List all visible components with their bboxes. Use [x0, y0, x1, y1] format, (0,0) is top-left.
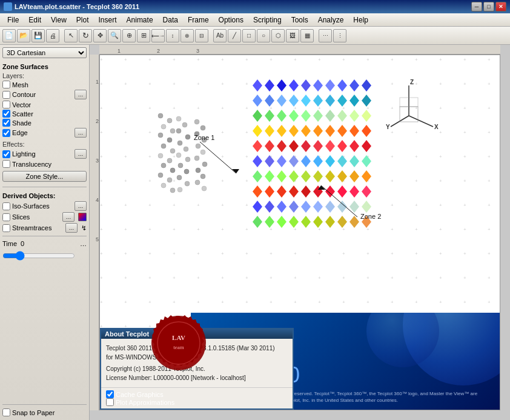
tb-zoomin[interactable]: ⊕ — [122, 29, 136, 42]
derived-slices-checkbox[interactable] — [2, 213, 10, 221]
svg-marker-99 — [362, 201, 371, 213]
effect-lighting-label[interactable]: Lighting — [2, 150, 36, 158]
lighting-options-button[interactable]: … — [75, 149, 87, 159]
cache-graphics-label[interactable]: Cache Graphics — [106, 390, 288, 398]
menu-file[interactable]: File — [2, 15, 24, 25]
svg-marker-107 — [337, 216, 347, 228]
tb-b1[interactable]: ⟵→ — [151, 29, 165, 42]
menu-view[interactable]: View — [46, 15, 71, 25]
plot-approximations-label[interactable]: Plot Approximations — [106, 398, 288, 406]
tb-pan[interactable]: ✥ — [93, 29, 107, 42]
derived-streamtraces-checkbox[interactable] — [2, 224, 10, 232]
effect-translucency-label[interactable]: Translucency — [2, 160, 51, 168]
derived-slices-label[interactable]: Slices — [2, 213, 30, 221]
zone-style-button[interactable]: Zone Style... — [2, 171, 87, 182]
tb-fit[interactable]: ⊞ — [137, 29, 150, 42]
contour-options-button[interactable]: … — [75, 90, 87, 99]
tb-poly[interactable]: ⬡ — [271, 29, 285, 42]
tb-new[interactable]: 📄 — [2, 29, 16, 42]
layer-vector-checkbox[interactable] — [2, 101, 10, 108]
layer-scatter-label[interactable]: Scatter — [2, 110, 33, 118]
layer-mesh-label[interactable]: Mesh — [2, 81, 28, 88]
menu-edit[interactable]: Edit — [24, 15, 46, 25]
menu-data[interactable]: Data — [158, 15, 183, 25]
svg-text:LAV: LAV — [172, 334, 185, 341]
derived-streamtraces-label[interactable]: Streamtraces — [2, 224, 51, 232]
tb-image[interactable]: 🖼 — [286, 29, 299, 42]
tb-line[interactable]: ╱ — [228, 29, 241, 42]
layer-contour-label[interactable]: Contour — [2, 91, 36, 99]
svg-marker-92 — [277, 201, 286, 213]
svg-marker-53 — [289, 140, 299, 152]
time-options-button[interactable]: … — [80, 240, 87, 247]
menu-tools[interactable]: Tools — [286, 15, 313, 25]
plot-type-dropdown[interactable]: 3D Cartesian — [2, 47, 87, 58]
svg-point-135 — [184, 169, 189, 174]
snap-to-paper-label[interactable]: Snap to Paper — [2, 408, 87, 416]
tb-grid[interactable]: ▦ — [300, 29, 314, 42]
menu-help[interactable]: Help — [348, 15, 373, 25]
svg-marker-17 — [337, 79, 347, 92]
tb-b4[interactable]: ⊟ — [195, 29, 208, 42]
layer-edge-checkbox[interactable] — [2, 129, 10, 137]
layer-shade-checkbox[interactable] — [2, 119, 10, 127]
maximize-button[interactable]: □ — [483, 2, 494, 12]
tb-text[interactable]: Ab — [213, 29, 227, 42]
menu-scripting[interactable]: Scripting — [248, 15, 286, 25]
tb-b2[interactable]: ↕ — [166, 29, 179, 42]
menu-plot[interactable]: Plot — [71, 15, 94, 25]
canvas-area[interactable]: 1 2 3 1 2 3 4 5 + — [90, 45, 510, 420]
layer-mesh-checkbox[interactable] — [2, 81, 10, 88]
menu-analyze[interactable]: Analyze — [313, 15, 349, 25]
tb-zoom[interactable]: 🔍 — [108, 29, 121, 42]
svg-line-4 — [409, 116, 433, 127]
time-slider[interactable] — [2, 251, 75, 261]
derived-iso-label[interactable]: Iso-Surfaces — [2, 202, 50, 210]
tb-open[interactable]: 📂 — [17, 29, 30, 42]
svg-point-126 — [176, 116, 181, 121]
svg-marker-70 — [253, 170, 262, 182]
layer-edge-label[interactable]: Edge — [2, 129, 28, 137]
slices-options-button[interactable]: … — [62, 212, 75, 222]
menu-animate[interactable]: Animate — [122, 15, 158, 25]
minimize-button[interactable]: ─ — [471, 2, 482, 12]
layer-scatter-checkbox[interactable] — [2, 110, 10, 118]
streamtraces-extra-button[interactable]: ↯ — [81, 224, 87, 232]
tb-print[interactable]: 🖨 — [46, 29, 59, 42]
tb-more1[interactable]: ⋯ — [319, 29, 332, 42]
svg-marker-63 — [289, 155, 299, 167]
svg-point-129 — [185, 135, 190, 139]
about-line4: License Number: L00000-0000 [Network - l… — [106, 373, 288, 382]
close-button[interactable]: ✕ — [495, 2, 506, 12]
layer-shade-label[interactable]: Shade — [2, 119, 31, 127]
snap-to-paper-checkbox[interactable] — [2, 408, 10, 416]
slices-color-swatch[interactable] — [78, 213, 87, 221]
svg-marker-76 — [325, 170, 335, 182]
effect-lighting-checkbox[interactable] — [2, 150, 10, 158]
svg-marker-106 — [325, 216, 335, 228]
edge-options-button[interactable]: … — [75, 128, 87, 138]
toolbar: 📄 📂 💾 🖨 ↖ ↻ ✥ 🔍 ⊕ ⊞ ⟵→ ↕ ⊗ ⊟ Ab ╱ □ ○ ⬡ … — [0, 27, 510, 45]
plot-approximations-checkbox[interactable] — [106, 398, 114, 406]
svg-point-119 — [167, 158, 172, 163]
menu-frame[interactable]: Frame — [183, 15, 214, 25]
tb-rect[interactable]: □ — [242, 29, 256, 42]
derived-iso-checkbox[interactable] — [2, 202, 10, 210]
menu-options[interactable]: Options — [214, 15, 248, 25]
menu-insert[interactable]: Insert — [94, 15, 122, 25]
iso-options-button[interactable]: … — [75, 201, 87, 211]
tb-more2[interactable]: ⋮ — [333, 29, 346, 42]
svg-marker-56 — [325, 140, 335, 152]
tb-pointer[interactable]: ↖ — [64, 29, 78, 42]
effect-translucency-checkbox[interactable] — [2, 160, 10, 168]
tb-circle[interactable]: ○ — [257, 29, 270, 42]
layer-vector-label[interactable]: Vector — [2, 101, 31, 108]
tb-b3[interactable]: ⊗ — [180, 29, 194, 42]
svg-marker-46 — [325, 125, 335, 137]
layer-contour-checkbox[interactable] — [2, 91, 10, 99]
cache-graphics-checkbox[interactable] — [106, 390, 114, 398]
streamtraces-options-button[interactable]: … — [65, 223, 78, 233]
tb-rotate[interactable]: ↻ — [79, 29, 92, 42]
tb-save[interactable]: 💾 — [31, 29, 45, 42]
svg-marker-101 — [265, 216, 274, 228]
